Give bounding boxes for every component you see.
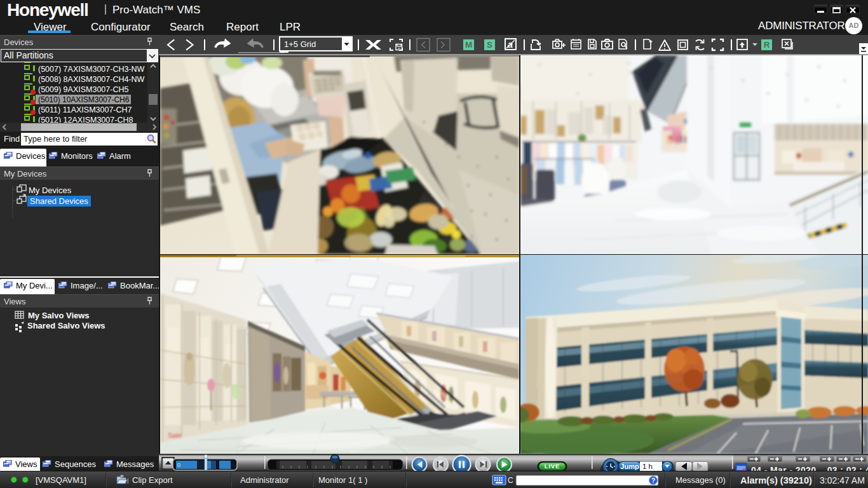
svg-text:LIVE: LIVE xyxy=(545,463,560,470)
svg-text:Sale: Sale xyxy=(168,431,182,439)
svg-text:0: 0 xyxy=(177,462,180,468)
svg-text:?: ? xyxy=(651,477,655,484)
svg-text:1 h: 1 h xyxy=(642,463,653,470)
svg-text:M: M xyxy=(465,40,472,50)
svg-text:Jump: Jump xyxy=(620,463,639,470)
svg-text:04 - Mar - 2020 03 : 02 : 4: 04 - Mar - 2020 03 : 02 : 48 xyxy=(751,465,868,471)
svg-text:R: R xyxy=(764,40,770,50)
svg-text:S: S xyxy=(487,40,492,50)
